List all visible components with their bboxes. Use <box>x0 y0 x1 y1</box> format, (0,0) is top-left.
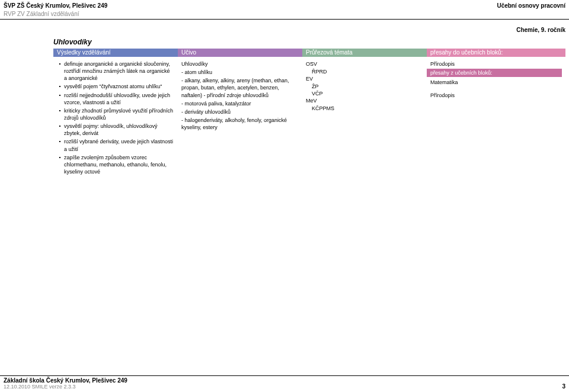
col-header-topics: Průřezová témata <box>302 49 427 57</box>
doc-title-right: Učební osnovy pracovní <box>497 2 565 9</box>
topic-group: EV <box>306 75 423 82</box>
list-item: rozliší vybrané deriváty, uvede jejich v… <box>60 138 174 152</box>
list-item: definuje anorganické a organické sloučen… <box>60 60 174 82</box>
list-item: vysvětlí pojmy: uhlovodík, uhlovodíkový … <box>60 123 174 137</box>
footer-divider <box>0 375 569 376</box>
subject-label: Chemie, 9. ročník <box>516 27 565 33</box>
curriculum-line: - deriváty uhlovodíků <box>181 108 299 115</box>
list-item: vysvětlí pojem "čtyřvaznost atomu uhlíku… <box>60 83 174 90</box>
outcomes-cell: definuje anorganické a organické sloučen… <box>53 58 178 176</box>
overlap-into-subject: Přírodopis <box>430 60 562 68</box>
col-header-overlaps: přesahy do učebních bloků: <box>427 49 565 57</box>
topic-group: MeV <box>306 97 423 104</box>
col-header-curriculum: Učivo <box>178 49 302 57</box>
curriculum-line: - motorová paliva, katalyzátor <box>181 100 299 107</box>
curriculum-cell: Uhlovodíky - atom uhlíku - alkany, alken… <box>178 58 302 176</box>
curriculum-line: - alkany, alkeny, alkiny, areny (methan,… <box>181 77 299 98</box>
overlap-from-subject: Přírodopis <box>430 92 562 99</box>
table-body-row: definuje anorganické a organické sloučen… <box>53 58 565 176</box>
section-title: Uhlovodíky <box>53 38 92 46</box>
curriculum-line: - atom uhlíku <box>181 69 299 76</box>
topic-sub: VČP <box>306 90 423 97</box>
overlap-from-header: přesahy z učebních bloků: <box>427 69 562 77</box>
footer-school: Základní škola Český Krumlov, Plešivec 2… <box>0 377 569 384</box>
topics-cell: OSV ŘPRD EV ŽP VČP MeV KČPPMS <box>302 58 427 176</box>
topic-group: OSV <box>306 60 423 68</box>
curriculum-line: - halogenderiváty, alkoholy, fenoly, org… <box>181 117 299 131</box>
topic-sub: ŘPRD <box>306 68 423 75</box>
page-number: 3 <box>562 383 565 390</box>
overlap-from-subject: Matematika <box>430 79 562 86</box>
overlaps-cell: Přírodopis přesahy z učebních bloků: Mat… <box>427 58 565 176</box>
doc-subtitle: RVP ZV Základní vzdělávání <box>4 11 79 17</box>
table-header-row: Výsledky vzdělávání Učivo Průřezová téma… <box>53 49 565 57</box>
list-item: kriticky zhodnotí průmyslové využití pří… <box>60 107 174 121</box>
doc-title-left: ŠVP ZŠ Český Krumlov, Plešivec 249 <box>4 2 107 9</box>
curriculum-title: Uhlovodíky <box>181 60 299 68</box>
list-item: zapíše zvoleným způsobem vzorec chlormet… <box>60 154 174 175</box>
page-footer: Základní škola Český Krumlov, Plešivec 2… <box>0 375 569 392</box>
list-item: rozliší nejjednodušší uhlovodíky, uvede … <box>60 92 174 106</box>
topic-sub: KČPPMS <box>306 105 423 112</box>
header-divider <box>0 19 569 20</box>
footer-meta: 12.10.2010 SMILE verze 2.3.3 <box>0 384 569 392</box>
col-header-outcomes: Výsledky vzdělávání <box>53 49 178 57</box>
